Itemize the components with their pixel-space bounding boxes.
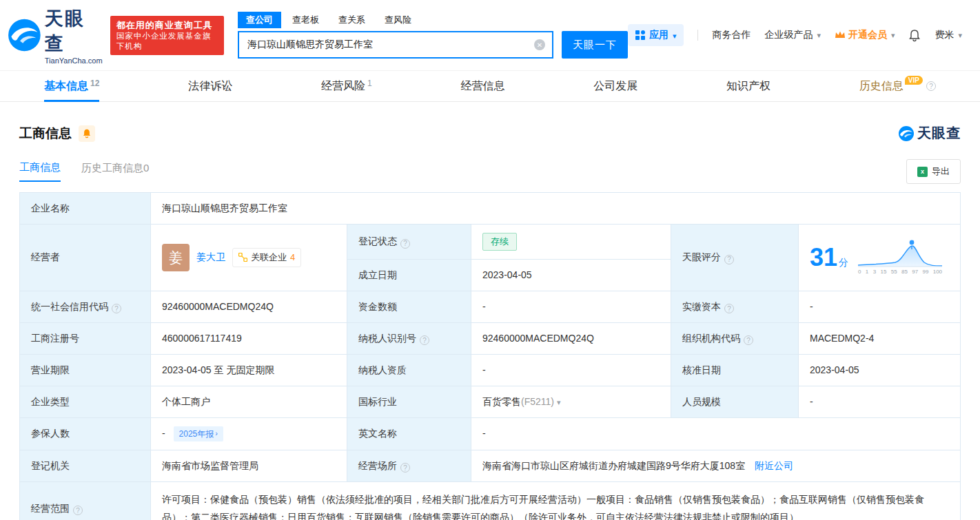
tab-company-development[interactable]: 公司发展 — [593, 71, 637, 101]
taxpayer-id-value: 92460000MACEDMQ24Q — [471, 322, 671, 354]
tianyancha-logo[interactable]: 天眼查 TianYanCha.com — [7, 6, 103, 65]
tab-basic-info[interactable]: 基本信息 12 — [44, 71, 99, 101]
operator-name-link[interactable]: 姜大卫 — [196, 250, 225, 264]
menu-vip[interactable]: 开通会员 — [835, 29, 895, 41]
company-name-label: 企业名称 — [20, 193, 151, 225]
tab-label: 历史信息 — [859, 79, 904, 94]
tab-legal-proceedings[interactable]: 法律诉讼 — [188, 71, 232, 101]
operator-label: 经营者 — [20, 225, 151, 291]
reg-number-label: 工商注册号 — [20, 322, 151, 354]
tab-business-info[interactable]: 经营信息 — [460, 71, 504, 101]
table-row: 经营者 姜 姜大卫 关联企业 4 登记状态 — [20, 225, 961, 260]
business-scope-label: 经营范围 — [20, 481, 151, 520]
excel-icon — [917, 167, 928, 177]
insured-count-value: - 2025年报 › — [151, 417, 347, 450]
logo-brand: 天眼查 — [45, 6, 103, 56]
related-companies-label: 关联企业 — [251, 251, 287, 264]
menu-divider — [697, 30, 698, 41]
taxpayer-qualification-value: - — [471, 354, 671, 386]
reg-authority-label: 登记机关 — [20, 450, 151, 481]
address-text: 海南省海口市琼山区府城街道办府城建国路9号华府大厦108室 — [482, 460, 745, 471]
search-row: 天眼一下 — [238, 31, 628, 59]
help-icon[interactable] — [112, 304, 121, 313]
search-input[interactable] — [239, 32, 552, 57]
search-tab-risk[interactable]: 查风险 — [376, 12, 420, 28]
tab-count: 12 — [90, 79, 99, 88]
tab-label: 公司发展 — [593, 79, 637, 94]
search-tab-company[interactable]: 查公司 — [238, 12, 281, 28]
enterprise-products-label: 企业级产品 — [764, 29, 813, 41]
tab-label: 基本信息 — [44, 79, 88, 94]
help-icon[interactable] — [73, 506, 83, 515]
tab-business-risk[interactable]: 经营风险 1 — [321, 71, 372, 101]
company-type-label: 企业类型 — [20, 386, 151, 417]
reg-status-label: 登记状态 — [347, 225, 471, 260]
help-icon[interactable] — [400, 239, 410, 249]
operator-value: 姜 姜大卫 关联企业 4 — [151, 225, 347, 291]
annual-report-label: 2025年报 — [179, 428, 214, 440]
subtab-history-registration[interactable]: 历史工商信息0 — [81, 162, 149, 181]
company-name-value: 海口琼山顺锦思齐贸易工作室 — [151, 193, 961, 225]
user-menu[interactable]: 费米 — [935, 29, 962, 41]
score-label: 天眼评分 — [671, 225, 799, 291]
apps-menu[interactable]: 应用 — [628, 24, 684, 46]
menu-business-coop[interactable]: 商务合作 — [712, 29, 751, 41]
related-companies-pill[interactable]: 关联企业 4 — [232, 248, 301, 267]
taxpayer-id-label: 纳税人识别号 — [347, 322, 471, 354]
tab-intellectual-property[interactable]: 知识产权 — [726, 71, 770, 101]
table-row: 企业名称 海口琼山顺锦思齐贸易工作室 — [20, 193, 961, 225]
nearby-companies-link[interactable]: 附近公司 — [755, 460, 793, 471]
tab-label: 经营风险 — [321, 79, 365, 94]
status-badge: 存续 — [482, 233, 517, 251]
help-icon[interactable] — [400, 463, 410, 472]
clear-icon[interactable] — [534, 39, 545, 50]
english-name-value: - — [471, 417, 961, 450]
industry-name: 百货零售 — [482, 396, 521, 407]
vip-badge: VIP — [905, 76, 923, 85]
export-button[interactable]: 导出 — [906, 159, 961, 184]
tab-label: 法律诉讼 — [188, 79, 232, 94]
subscribe-bell-icon[interactable] — [79, 125, 95, 142]
menu-enterprise-products[interactable]: 企业级产品 — [764, 29, 821, 41]
score-pin-icon — [909, 240, 915, 245]
score-number[interactable]: 31分 — [810, 245, 848, 270]
tianyancha-watermark: 天眼查 — [898, 124, 961, 143]
search-button[interactable]: 天眼一下 — [562, 31, 628, 59]
header-menu: 应用 商务合作 企业级产品 开通会员 费米 — [628, 24, 962, 46]
table-row: 工商注册号 460000617117419 纳税人识别号 92460000MAC… — [20, 322, 961, 354]
section-title: 工商信息 — [19, 125, 72, 143]
paid-capital-value: - — [799, 291, 961, 322]
chevron-down-icon[interactable]: ▾ — [557, 398, 561, 406]
industry-code: (F5211) — [521, 396, 554, 407]
bell-icon[interactable] — [908, 29, 921, 42]
top-header: 天眼查 TianYanCha.com 都在用的商业查询工具 国家中小企业发展基金… — [0, 0, 980, 70]
score-num: 31 — [810, 243, 837, 271]
help-icon[interactable] — [724, 255, 734, 264]
table-row: 企业类型 个体工商户 国标行业 百货零售(F5211)▾ 人员规模 - — [20, 386, 961, 417]
annual-report-tag[interactable]: 2025年报 › — [174, 426, 223, 441]
search-tab-relation[interactable]: 查关系 — [330, 12, 374, 28]
crown-icon — [835, 30, 846, 40]
score-axis: 0131555859799100 — [858, 268, 942, 276]
username: 费米 — [935, 29, 954, 41]
paid-capital-label: 实缴资本 — [671, 291, 799, 322]
help-icon[interactable] — [420, 335, 429, 345]
english-name-label: 英文名称 — [347, 417, 471, 450]
business-address-label: 经营场所 — [347, 450, 471, 481]
help-icon[interactable] — [744, 335, 753, 345]
search-tab-boss[interactable]: 查老板 — [284, 12, 327, 28]
tab-label: 知识产权 — [726, 79, 770, 94]
help-icon[interactable] — [724, 304, 734, 313]
help-icon[interactable] — [926, 81, 936, 91]
avatar[interactable]: 姜 — [162, 244, 190, 271]
related-companies-count: 4 — [290, 251, 295, 264]
table-row: 经营范围 许可项目：保健食品（预包装）销售（依法须经批准的项目，经相关部门批准后… — [20, 481, 961, 520]
subtab-business-registration[interactable]: 工商信息 — [19, 161, 61, 182]
score-chart: 0131555859799100 — [858, 238, 942, 276]
slogan-line1: 都在用的商业查询工具 — [116, 19, 218, 31]
table-row: 参保人数 - 2025年报 › 英文名称 - — [20, 417, 961, 450]
staff-size-value: - — [799, 386, 961, 417]
staff-size-label: 人员规模 — [671, 386, 799, 417]
approval-date-label: 核准日期 — [671, 354, 799, 386]
tab-history-info[interactable]: 历史信息 VIP — [859, 71, 936, 101]
